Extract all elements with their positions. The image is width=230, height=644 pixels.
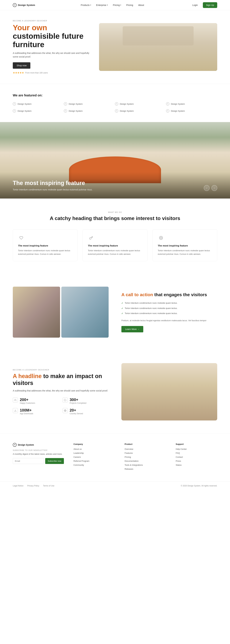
footer-link-community[interactable]: Community xyxy=(73,464,115,466)
feature-card-2: The most inspiring feature Tortor interd… xyxy=(83,230,147,261)
featured-item-label: Design System xyxy=(18,103,32,105)
signup-button[interactable]: Sign Up xyxy=(203,2,217,8)
stat-happy-customers: 200+ Happy Customers xyxy=(13,398,59,404)
footer-bottom: Legal Notice Privacy Policy Terms of Use… xyxy=(0,481,230,490)
heart-icon xyxy=(18,235,25,241)
footer-link-careers[interactable]: Careers xyxy=(73,456,115,458)
svg-point-1 xyxy=(15,399,15,400)
email-input[interactable] xyxy=(13,458,44,464)
featured-item-label: Design System xyxy=(171,110,185,112)
nav-actions: Login Sign Up xyxy=(190,2,217,8)
key-icon xyxy=(88,235,94,241)
featured-item-label: Design System xyxy=(171,103,185,105)
download-icon xyxy=(13,408,18,413)
shop-now-button[interactable]: Shop now xyxy=(13,62,30,69)
list-item: ✕ Design System xyxy=(166,109,217,112)
featured-item-label: Design System xyxy=(18,110,32,112)
card-title-3: The most inspiring feature xyxy=(158,244,212,247)
terms-link[interactable]: Terms of Use xyxy=(43,485,54,487)
footer-logo: ✕ Design System xyxy=(13,443,64,447)
newsletter-form: Subscribe now xyxy=(13,458,64,464)
footer-link-pricing[interactable]: Pricing xyxy=(125,456,166,458)
featured-title: We are featured on: xyxy=(13,94,217,97)
footer-product-title: Product xyxy=(125,443,166,445)
cta-image-2 xyxy=(61,287,108,338)
stats-subtitle: A subheading that addresses the what, th… xyxy=(13,389,108,392)
privacy-policy-link[interactable]: Privacy Policy xyxy=(27,485,39,487)
footer-link-releases[interactable]: Releases xyxy=(125,468,166,470)
footer-brand-icon: ✕ xyxy=(13,443,17,447)
feature-cards: The most inspiring feature Tortor interd… xyxy=(13,230,217,261)
footer-link-features[interactable]: Features xyxy=(125,452,166,454)
banner-next-button[interactable]: → xyxy=(211,185,217,191)
chevron-down-icon: ▾ xyxy=(90,4,91,6)
stat-countries: 20+ Country Served xyxy=(63,408,108,415)
stats-interior-image xyxy=(121,363,217,420)
footer-link-about[interactable]: About us xyxy=(73,448,115,450)
stats-grid: 200+ Happy Customers 300+ Projects Compl… xyxy=(13,398,108,415)
card-text-1: Tortor interdum condimentum nunc molesti… xyxy=(18,249,72,256)
stat-value-downloads: 100M+ xyxy=(20,408,33,412)
login-button[interactable]: Login xyxy=(190,2,200,8)
newsletter-label: SUBSCRIBE TO OUR NEWSLETTER! xyxy=(13,449,64,451)
brand-x-icon: ✕ xyxy=(115,109,118,112)
card-title-2: The most inspiring feature xyxy=(88,244,142,247)
nav-products[interactable]: Products ▾ xyxy=(81,4,91,6)
footer-link-press[interactable]: Press xyxy=(176,460,217,462)
cta-heading-rest: that engages the visitors xyxy=(154,292,207,297)
featured-grid: ✕ Design System ✕ Design System ✕ Design… xyxy=(13,102,217,112)
subscribe-button[interactable]: Subscribe now xyxy=(45,458,64,464)
copyright-text: © 2020 Design System. All rights reserve… xyxy=(181,485,217,487)
chevron-down-icon: ▾ xyxy=(120,4,121,6)
nav-pricing-dropdown[interactable]: Pricing ▾ xyxy=(113,4,121,6)
footer-link-status[interactable]: Status xyxy=(176,464,217,466)
list-item: ✕ Design System xyxy=(13,102,64,106)
nav-pricing[interactable]: Pricing xyxy=(126,4,133,6)
list-item: ✕ Design System xyxy=(64,109,115,112)
hero-image xyxy=(99,23,217,71)
list-item: ✕ Design System xyxy=(166,102,217,106)
brand-logo[interactable]: ✕ Design System xyxy=(13,3,35,7)
footer-link-contact[interactable]: Contact xyxy=(176,456,217,458)
navbar: ✕ Design System Products ▾ Enterprise ▾ … xyxy=(0,0,230,10)
stats-content: BECOME A LEGENDARY DESIGNER A headline t… xyxy=(13,369,108,415)
learn-more-button[interactable]: Learn More → xyxy=(121,326,143,332)
brand-x-icon: ✕ xyxy=(64,109,67,112)
hero-title-accent: Your own xyxy=(13,24,47,32)
hero-content: BECOME A LEGENDARY DESIGNER Your own cus… xyxy=(13,20,89,74)
nav-enterprise[interactable]: Enterprise ▾ xyxy=(96,4,108,6)
featured-section: We are featured on: ✕ Design System ✕ De… xyxy=(0,84,230,122)
footer-support-title: Support xyxy=(176,443,217,445)
footer-link-faq[interactable]: FAQ xyxy=(176,452,217,454)
brand-x-icon: ✕ xyxy=(115,102,118,106)
banner-prev-button[interactable]: ← xyxy=(204,185,209,191)
footer-brand: ✕ Design System SUBSCRIBE TO OUR NEWSLET… xyxy=(13,443,64,472)
legal-notice-link[interactable]: Legal Notice xyxy=(13,485,24,487)
featured-item-label: Design System xyxy=(120,110,134,112)
footer-link-leadership[interactable]: Leadership xyxy=(73,452,115,454)
brand-x-icon: ✕ xyxy=(166,109,169,112)
featured-item-label: Design System xyxy=(120,103,134,105)
nav-about[interactable]: About xyxy=(138,4,144,6)
stats-title: A headline to make an impact on visitors xyxy=(13,373,108,386)
stats-eyebrow: BECOME A LEGENDARY DESIGNER xyxy=(13,369,108,371)
hero-interior-scene xyxy=(99,23,217,71)
hero-rating: ★★★★★ From more than 100 users xyxy=(13,71,89,74)
hero-title: Your own customisible future furniture xyxy=(13,24,89,49)
footer-product-column: Product Overview Features Pricing Docume… xyxy=(125,443,166,472)
cta-section: A call to action that engages the visito… xyxy=(0,274,230,350)
brand-x-icon: ✕ xyxy=(13,102,16,106)
list-item: ✕ Design System xyxy=(115,109,166,112)
stat-label-countries: Country Served xyxy=(70,412,83,415)
footer-link-overview[interactable]: Overview xyxy=(125,448,166,450)
stat-info: 300+ Projects Completed xyxy=(70,398,86,404)
svg-point-0 xyxy=(161,238,162,238)
footer-brand-name: Design System xyxy=(18,444,34,446)
footer-link-docs[interactable]: Documentation xyxy=(125,460,166,462)
stats-section: BECOME A LEGENDARY DESIGNER A headline t… xyxy=(0,350,230,433)
footer-support-column: Support Help Center FAQ Contact Press St… xyxy=(176,443,217,472)
footer-link-tools[interactable]: Tools & Integrations xyxy=(125,464,166,466)
footer-link-helpcenter[interactable]: Help Center xyxy=(176,448,217,450)
feature-card-1: The most inspiring feature Tortor interd… xyxy=(13,230,77,261)
footer-link-referral[interactable]: Referral Program xyxy=(73,460,115,462)
